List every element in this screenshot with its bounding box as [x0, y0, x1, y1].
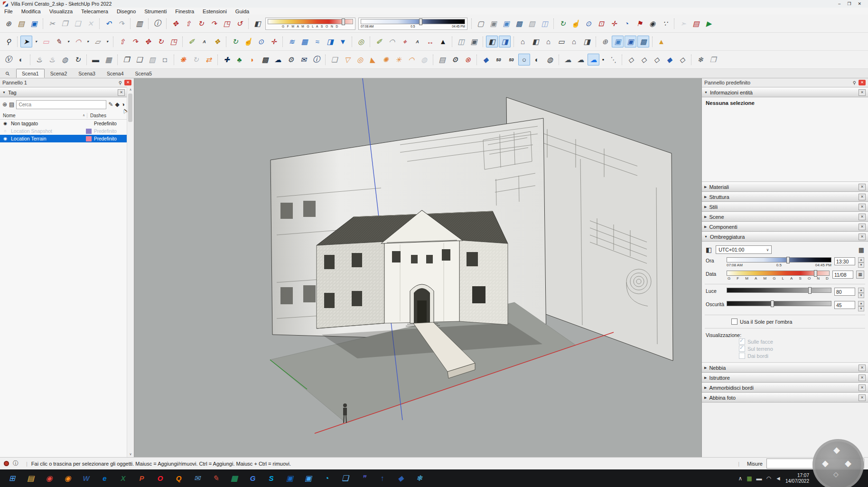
pin-icon[interactable]: ⚲	[853, 80, 856, 85]
sketchup-app-icon[interactable]: ✎	[209, 471, 222, 485]
vray-image-icon[interactable]: ▨	[146, 54, 158, 66]
folder-icon[interactable]: ▤	[436, 54, 448, 66]
hex-target-icon[interactable]: ◇	[625, 54, 637, 66]
scene-tab[interactable]: Scena1	[16, 69, 45, 78]
display-option-checkbox[interactable]	[739, 353, 745, 359]
details-icon[interactable]: ◑	[121, 101, 125, 108]
hex-cloud-icon[interactable]: ◇	[651, 54, 663, 66]
style-wireframe-icon[interactable]: ▢	[475, 18, 486, 29]
rectangle-tool-icon[interactable]: ▱	[92, 36, 103, 47]
start-button-icon[interactable]: ⊞	[6, 471, 19, 485]
cloud-upload-icon[interactable]: ☁	[272, 54, 284, 66]
add-tag-icon[interactable]: ⊕	[2, 101, 7, 108]
paint-bucket-icon[interactable]: ❖	[211, 36, 223, 47]
face-style3-icon[interactable]: ▩	[637, 36, 649, 47]
cloud-download-icon[interactable]: ☁	[575, 54, 587, 66]
cloud-remove-icon[interactable]: ☁	[562, 54, 574, 66]
skype-icon[interactable]: S	[265, 471, 278, 485]
menu-item[interactable]: Estensioni	[198, 9, 231, 14]
panel-section-header[interactable]: ▶ Abbina foto ✕	[702, 393, 868, 403]
pan-tool-icon[interactable]: ☝	[242, 36, 254, 47]
scrollbar-thumb[interactable]	[128, 94, 132, 122]
sphere-light-icon[interactable]: ◎	[354, 54, 366, 66]
calendar-button[interactable]: ▦	[856, 271, 864, 279]
protractor-icon[interactable]: ◠	[386, 36, 398, 47]
mesh-light-icon[interactable]: ◍	[418, 54, 430, 66]
light-value-field[interactable]: 80	[834, 288, 855, 296]
shadow-time-strip[interactable]: 07:08 AM 0.5 04:45 PM	[358, 18, 467, 30]
view-iso-icon[interactable]: ⌂	[517, 36, 529, 47]
date-strip-handle[interactable]	[342, 19, 345, 25]
spinner-up-icon[interactable]: ▲	[858, 288, 864, 293]
tape-measure2-icon[interactable]: ✐	[373, 36, 385, 47]
panel-section-header[interactable]: ▶ Ammorbidisci bordi ✕	[702, 383, 868, 393]
q-app-icon[interactable]: Q	[172, 471, 185, 485]
drop-icon[interactable]: ○	[518, 54, 530, 66]
select-tool-icon[interactable]: ➤	[20, 36, 32, 47]
view-back-icon[interactable]: ⌂	[568, 36, 580, 47]
cloud-freeze-icon[interactable]: ❄	[694, 54, 706, 66]
vray-window-icon[interactable]: ❐	[121, 54, 132, 66]
style-textured-icon[interactable]: ▩	[513, 18, 525, 29]
section-detach-icon[interactable]: ✕	[859, 234, 866, 240]
scene-tab[interactable]: Scena3	[73, 69, 101, 78]
push-pull-tool-icon[interactable]: ⇧	[116, 36, 128, 47]
excel-icon[interactable]: X	[117, 471, 130, 485]
orbit-tool-icon[interactable]: ↻	[229, 36, 241, 47]
opera-icon[interactable]: O	[154, 471, 167, 485]
zoom-icon[interactable]: ⊙	[582, 18, 594, 29]
hex-cube-icon[interactable]: ◆	[663, 54, 675, 66]
photos-icon[interactable]: ▣	[302, 471, 315, 485]
powerpoint-icon[interactable]: P	[135, 471, 148, 485]
edge-icon[interactable]: e	[98, 471, 111, 485]
arc-tool-icon[interactable]: ◠	[72, 36, 84, 47]
look-around-icon[interactable]: ◉	[646, 18, 658, 29]
time-strip-handle[interactable]	[419, 19, 422, 25]
zoom-previous-icon[interactable]: ◔	[621, 18, 633, 29]
view-left-icon[interactable]: ◧	[530, 36, 541, 47]
style-hidden-line-icon[interactable]: ▣	[487, 18, 499, 29]
dashed-line-icon[interactable]: ⋱	[607, 54, 619, 66]
menu-item[interactable]: Visualizza	[45, 9, 77, 14]
taskbar-clock[interactable]: 17:07 14/07/2022	[785, 473, 809, 484]
delete-icon[interactable]: ✕	[84, 18, 96, 29]
viewport-canvas[interactable]	[134, 78, 701, 457]
dimension-icon[interactable]: ↔	[424, 36, 436, 47]
walkthrough-person-icon[interactable]: ◎	[355, 36, 367, 47]
entity-info-header[interactable]: ▼ Informazioni entità ✕	[702, 87, 868, 97]
spinner-down-icon[interactable]: ▼	[858, 262, 864, 268]
update-icon[interactable]: ↑	[376, 471, 389, 485]
rotate-tool-icon[interactable]: ↻	[155, 36, 167, 47]
section-detach-icon[interactable]: ✕	[859, 194, 866, 200]
vray-logo-icon[interactable]: Ⓥ	[2, 54, 14, 66]
shadow-tree-icon[interactable]: ▲	[655, 36, 667, 47]
line-tool-icon[interactable]: ✎	[53, 36, 65, 47]
google-icon[interactable]: G	[246, 471, 259, 485]
follow-me-icon[interactable]: ↷	[208, 18, 220, 29]
shadow-display-icon[interactable]: ▦	[859, 246, 864, 253]
zoom-search-icon[interactable]: ⚲	[2, 36, 14, 47]
view-right-icon[interactable]: ◨	[581, 36, 593, 47]
section-detach-icon[interactable]: ✕	[859, 89, 866, 96]
teams-icon[interactable]: ❞	[357, 471, 370, 485]
sandbox-drape-icon[interactable]: ▼	[337, 36, 349, 47]
section-detach-icon[interactable]: ✕	[859, 224, 866, 230]
tag-color-swatch[interactable]	[86, 121, 92, 126]
hex-box-icon[interactable]: ◇	[676, 54, 688, 66]
face-style2-icon[interactable]: ▣	[625, 36, 636, 47]
tags-panel-scrollbar[interactable]: ∧ ∨	[127, 87, 134, 457]
add-tag-folder-icon[interactable]: ▤	[9, 101, 14, 108]
snowflake-app-icon[interactable]: ❄	[413, 471, 426, 485]
tray-close-button[interactable]: ✕	[859, 80, 866, 85]
tag-row[interactable]: ◉ Location Terrain Predefinito	[0, 135, 127, 142]
tree-icon[interactable]: ♣	[233, 54, 245, 66]
plane-light-icon[interactable]: ▽	[341, 54, 353, 66]
select-dropdown-icon[interactable]: ▾	[33, 36, 39, 47]
zoom-extents-icon[interactable]: ✛	[608, 18, 620, 29]
time-slider[interactable]: 07:08 AM 0.5 04:45 PM	[727, 257, 831, 267]
style-xray-icon[interactable]: ◫	[539, 18, 551, 29]
undo-icon[interactable]: ↶	[103, 18, 114, 29]
panel-section-header[interactable]: ▶ Struttura ✕	[702, 192, 868, 202]
time-spinner[interactable]: ▲▼	[858, 257, 864, 268]
display-option-row[interactable]: Sulle facce	[702, 338, 868, 345]
